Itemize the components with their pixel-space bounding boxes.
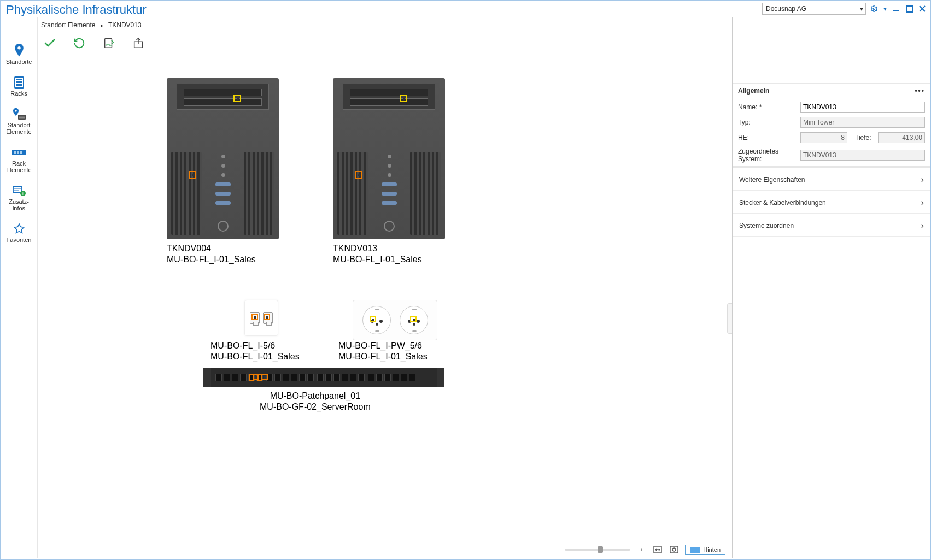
field-label: Tiefe: [851,134,875,142]
svg-rect-11 [19,117,25,119]
port-icon[interactable] [264,314,270,320]
svg-rect-15 [20,151,22,154]
svg-rect-18 [14,190,19,191]
svg-rect-7 [16,84,22,86]
minimize-icon[interactable] [891,4,901,14]
chevron-down-icon[interactable]: ▾ [882,4,888,14]
breadcrumb-item[interactable]: TKNDV013 [108,21,142,29]
nav-racks[interactable]: Racks [3,76,36,97]
svg-rect-31 [670,546,678,553]
port-icon[interactable] [253,374,259,380]
port-icon[interactable] [410,316,417,322]
apply-button[interactable] [42,36,57,51]
field-label: Typ: [738,119,797,126]
left-nav: Standorte Racks StandortElemente RackEle… [1,17,38,558]
svg-point-0 [873,8,875,10]
pin-icon [11,44,27,57]
info-icon: i [11,184,27,197]
chevron-right-icon: › [921,221,924,231]
field-label: HE: [738,134,797,142]
patchpanel[interactable] [210,368,437,387]
nav-standorte[interactable]: Standorte [3,44,36,65]
power-outlet[interactable] [353,300,437,340]
assigned-system-input [800,150,925,161]
nav-label: RackElemente [6,160,31,173]
refresh-button[interactable] [72,36,87,51]
svg-rect-14 [17,151,19,154]
port-icon[interactable] [370,316,376,322]
nav-favoriten[interactable]: Favoriten [3,222,36,243]
svg-rect-6 [16,81,22,83]
location-elements-icon [11,108,27,121]
nav-label: Favoriten [7,237,32,243]
properties-panel: Allgemein ••• Name: * Typ: HE: Tiefe: [733,17,930,558]
star-icon [11,222,27,235]
page-title: Physikalische Infrastruktur [4,3,147,17]
nav-label: Standorte [6,58,32,65]
close-icon[interactable] [917,4,927,14]
port-icon[interactable] [261,374,268,380]
device-label: MU-BO-FL_I-PW_5/6 MU-BO-FL_I-01_Sales [338,340,428,362]
diagram-toolbar: CSV [38,32,732,55]
organization-dropdown[interactable]: Docusnap AG ▾ [762,3,866,15]
port-icon[interactable] [233,95,241,102]
svg-rect-17 [14,188,21,189]
port-icon[interactable] [355,171,362,179]
zoom-slider[interactable] [565,549,630,551]
svg-point-3 [17,46,21,50]
svg-point-8 [15,110,17,112]
svg-rect-2 [906,6,912,12]
zoom-in-button[interactable]: + [636,544,647,555]
port-icon[interactable] [251,314,258,320]
port-icon[interactable] [189,171,196,179]
type-input [800,117,925,128]
device-tower[interactable] [333,78,445,239]
export-button[interactable] [131,36,146,51]
more-icon[interactable]: ••• [915,87,925,95]
svg-rect-13 [14,151,16,154]
patch-outlet[interactable] [244,300,278,336]
nav-label: Zusatz-infos [9,198,29,211]
device-tower[interactable] [167,78,279,239]
field-label: Name: * [738,103,797,111]
depth-input [878,132,925,143]
organization-value: Docusnap AG [766,5,806,13]
csv-export-button[interactable]: CSV [101,36,116,51]
maximize-icon[interactable] [904,4,914,14]
topology-canvas[interactable]: TKNDV004 MU-BO-FL_I-01_Sales [38,55,732,558]
device-label: MU-BO-Patchpanel_01 MU-BO-GF-02_ServerRo… [260,391,371,412]
name-input[interactable] [800,102,925,113]
zoom-bar: − + Hinten [548,544,725,555]
svg-rect-9 [18,115,26,120]
rack-icon [11,76,27,89]
fit-width-icon[interactable] [652,544,663,555]
nav-label: Racks [10,90,27,97]
field-label: Zugeordnetes System: [738,148,797,163]
section-more-properties[interactable]: Weitere Eigenschaften › [733,169,930,191]
nav-zusatzinfos[interactable]: i Zusatz-infos [3,184,36,211]
svg-rect-10 [19,116,25,117]
device-label: TKNDV004 MU-BO-FL_I-01_Sales [167,243,256,265]
nav-standort-elemente[interactable]: StandortElemente [3,108,36,135]
section-label: Systeme zuordnen [739,222,794,229]
panel-collapse-handle[interactable]: ⋮ [727,303,732,334]
gear-icon[interactable] [869,4,879,14]
chevron-right-icon: › [921,198,924,208]
view-side-label: Hinten [703,546,721,553]
nav-rack-elemente[interactable]: RackElemente [3,146,36,173]
he-input [800,132,847,143]
section-connectors[interactable]: Stecker & Kabelverbindungen › [733,192,930,214]
zoom-out-button[interactable]: − [548,544,559,555]
port-icon[interactable] [400,95,407,102]
breadcrumb-item[interactable]: Standort Elemente [41,21,95,29]
section-assign-systems[interactable]: Systeme zuordnen › [733,215,930,237]
breadcrumb: Standort Elemente ▸ TKNDV013 [38,17,732,32]
nav-label: StandortElemente [6,122,31,135]
view-side-toggle[interactable]: Hinten [685,545,725,555]
svg-text:i: i [22,191,24,196]
chevron-right-icon: › [921,175,924,185]
fit-page-icon[interactable] [669,544,680,555]
rack-elements-icon [11,146,27,159]
svg-point-32 [672,548,676,551]
device-label: TKNDV013 MU-BO-FL_I-01_Sales [333,243,422,265]
